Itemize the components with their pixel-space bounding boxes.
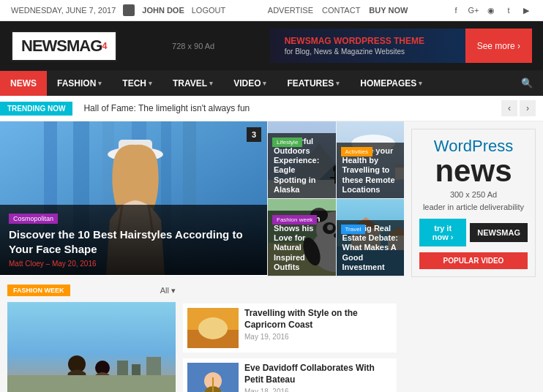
svg-rect-56 xyxy=(146,357,161,375)
article-thumb-1 xyxy=(187,308,239,348)
featured-author: Matt Cloey – May 20, 2016 xyxy=(9,260,258,268)
instagram-icon[interactable]: ◉ xyxy=(485,4,497,16)
chevron-down-icon: ▾ xyxy=(419,80,422,87)
chevron-down-icon: ▾ xyxy=(149,80,152,87)
featured-date: May 20, 2016 xyxy=(52,260,97,268)
twitter-icon[interactable]: t xyxy=(503,4,514,16)
grid-info-2: Activities Improve your Health by Travel… xyxy=(337,143,405,198)
tagline-label: leader in article deliverability xyxy=(419,203,528,211)
contact-link[interactable]: CONTACT xyxy=(322,6,360,15)
google-plus-icon[interactable]: G+ xyxy=(468,4,479,16)
article-img-2 xyxy=(187,363,239,392)
featured-main-image: 3 Cosmopolitan Discover the 10 Best Hair… xyxy=(0,121,267,275)
nav-item-news[interactable]: NEWS xyxy=(0,71,47,96)
grid-item-4[interactable]: Travel The Big Real Estate Debate: What … xyxy=(336,199,405,276)
nav-item-travel[interactable]: TRAVEL ▾ xyxy=(162,71,223,96)
trending-text: Hall of Fame: The limelight isn't always… xyxy=(80,103,501,113)
grid-category-4: Travel xyxy=(341,225,366,234)
article-date-2: May 18, 2016 xyxy=(244,388,392,392)
header-banner: NEWSMAG4 728 x 90 Ad NEWSMAG WORDPRESS T… xyxy=(0,21,543,70)
svg-point-59 xyxy=(198,317,228,339)
trending-controls: ‹ › xyxy=(501,100,543,116)
ad-size-label: 300 x 250 Ad xyxy=(419,190,528,199)
top-bar-center: ADVERTISE CONTACT BUY NOW xyxy=(268,6,408,15)
featured-title: Discover the 10 Best Hairstyles Accordin… xyxy=(9,227,258,256)
see-more-button[interactable]: See more › xyxy=(465,29,532,63)
social-icons: f G+ ◉ t ▶ xyxy=(450,4,532,16)
grid-category-3: Fashion week xyxy=(272,215,317,225)
grid-info-3: Fashion week Kevin Smith Shows his Love … xyxy=(268,211,336,276)
chevron-down-icon: ▾ xyxy=(263,80,266,87)
popular-video-button[interactable]: POPULAR VIDEO xyxy=(419,252,528,269)
chevron-down-icon: ▾ xyxy=(336,80,340,87)
featured-main-info: Cosmopolitan Discover the 10 Best Hairst… xyxy=(0,205,267,275)
article-info-2: Eve Davidoff Collaborates With Petit Bat… xyxy=(244,363,392,392)
trending-label: TRENDING NOW xyxy=(0,102,72,116)
search-button[interactable]: 🔍 xyxy=(511,70,543,96)
author-name: Matt Cloey xyxy=(9,260,44,268)
facebook-icon[interactable]: f xyxy=(450,4,462,16)
slide-number: 3 xyxy=(247,127,261,142)
article-item-1[interactable]: Travelling with Style on the Capricorn C… xyxy=(183,304,397,353)
article-info-1: Travelling with Style on the Capricorn C… xyxy=(244,308,392,341)
featured-grid: Lifestyle Wonderful Outdoors Experience:… xyxy=(267,121,404,276)
nav-bar: NEWS FASHION ▾ TECH ▾ TRAVEL ▾ VIDEO ▾ F… xyxy=(0,70,543,96)
all-link[interactable]: All ▾ xyxy=(160,286,176,295)
nav-item-features[interactable]: FEATURES ▾ xyxy=(277,71,350,96)
chevron-down-icon: ▾ xyxy=(209,80,213,87)
article-item-2[interactable]: Eve Davidoff Collaborates With Petit Bat… xyxy=(183,358,397,392)
try-now-button[interactable]: try it now › xyxy=(419,219,466,246)
newsmag-label: NEWSMAG xyxy=(470,223,528,242)
section-tag: FASHION WEEK xyxy=(7,284,70,296)
sidebar-ad: WordPress news 300 x 250 Ad leader in ar… xyxy=(404,121,543,392)
article-list: Travelling with Style on the Capricorn C… xyxy=(183,304,397,392)
logo-text: NEWSMAG xyxy=(21,37,102,56)
date-label: WEDNESDAY, JUNE 7, 2017 xyxy=(11,6,116,15)
grid-item-2[interactable]: Activities Improve your Health by Travel… xyxy=(336,121,405,199)
svg-rect-53 xyxy=(7,375,176,392)
article-title-1: Travelling with Style on the Capricorn C… xyxy=(244,308,392,331)
news-label: news xyxy=(419,156,528,186)
prev-arrow[interactable]: ‹ xyxy=(501,100,517,116)
content-area: 3 Cosmopolitan Discover the 10 Best Hair… xyxy=(0,121,404,392)
user-icon xyxy=(123,4,135,16)
grid-item-1[interactable]: Lifestyle Wonderful Outdoors Experience:… xyxy=(267,121,336,199)
article-title-2: Eve Davidoff Collaborates With Petit Bat… xyxy=(244,363,392,385)
trending-bar: TRENDING NOW Hall of Fame: The limelight… xyxy=(0,96,543,121)
grid-category-1: Lifestyle xyxy=(272,137,302,147)
nav-item-homepages[interactable]: HOMEPAGES ▾ xyxy=(350,71,432,96)
svg-rect-55 xyxy=(132,364,141,375)
featured-main-article[interactable]: 3 Cosmopolitan Discover the 10 Best Hair… xyxy=(0,121,267,276)
ad-button-row: try it now › NEWSMAG xyxy=(419,219,528,246)
next-arrow[interactable]: › xyxy=(520,100,536,116)
site-logo[interactable]: NEWSMAG4 xyxy=(11,31,117,61)
section-header: FASHION WEEK All ▾ xyxy=(7,284,176,296)
main-content: 3 Cosmopolitan Discover the 10 Best Hair… xyxy=(0,121,543,392)
svg-rect-54 xyxy=(117,361,128,375)
grid-info-1: Lifestyle Wonderful Outdoors Experience:… xyxy=(268,133,336,198)
article-date-1: May 19, 2016 xyxy=(244,333,392,341)
logout-link[interactable]: LOGOUT xyxy=(192,6,225,15)
nav-item-fashion[interactable]: FASHION ▾ xyxy=(47,71,112,96)
category-tag: Cosmopolitan xyxy=(9,214,58,224)
bottom-left: FASHION WEEK All ▾ xyxy=(7,284,176,392)
youtube-icon[interactable]: ▶ xyxy=(520,4,532,16)
wordpress-ad-box: WordPress news 300 x 250 Ad leader in ar… xyxy=(411,129,536,277)
buy-now-link[interactable]: BUY NOW xyxy=(369,6,408,15)
advertise-link[interactable]: ADVERTISE xyxy=(268,6,313,15)
top-bar: WEDNESDAY, JUNE 7, 2017 JOHN DOE LOGOUT … xyxy=(0,0,543,21)
nav-item-tech[interactable]: TECH ▾ xyxy=(112,71,162,96)
chevron-down-icon: ▾ xyxy=(98,80,102,87)
article-img-1 xyxy=(187,308,239,348)
logo-sup: 4 xyxy=(102,40,106,51)
article-thumb-2 xyxy=(187,363,239,392)
bottom-section: FASHION WEEK All ▾ xyxy=(0,277,404,392)
thumb-image xyxy=(7,302,176,392)
banner-ad-sub: for Blog, News & Magazine Websites xyxy=(285,48,451,56)
nav-item-video[interactable]: VIDEO ▾ xyxy=(223,71,277,96)
grid-category-2: Activities xyxy=(341,147,373,157)
sydney-illustration xyxy=(7,302,176,392)
grid-item-3[interactable]: Fashion week Kevin Smith Shows his Love … xyxy=(267,199,336,276)
article-list-section: Travelling with Style on the Capricorn C… xyxy=(183,284,397,392)
banner-ad-title: NEWSMAG WORDPRESS THEME xyxy=(285,36,451,46)
